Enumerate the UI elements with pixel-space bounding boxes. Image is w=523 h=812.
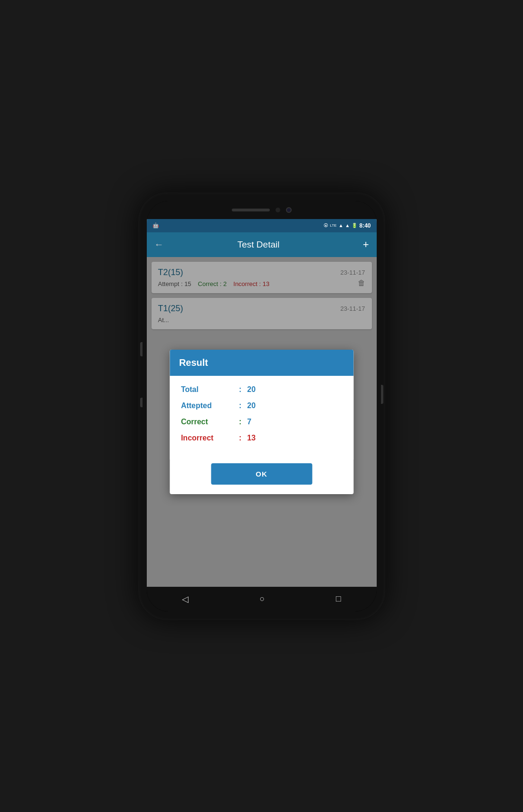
app-screen: 🤖 ⦿ LTE ▲ ▲ 🔋 8:40 ← Test Detail + <box>147 219 377 587</box>
status-time: 8:40 <box>359 222 371 229</box>
correct-label: Correct <box>181 418 233 426</box>
volume-down-button[interactable] <box>140 398 143 407</box>
correct-row: Correct : 7 <box>181 418 342 426</box>
status-bar: 🤖 ⦿ LTE ▲ ▲ 🔋 8:40 <box>147 219 377 232</box>
location-icon: ⦿ <box>323 223 328 228</box>
volume-button[interactable] <box>140 342 143 356</box>
status-left: 🤖 <box>152 222 159 229</box>
lte-icon: LTE <box>330 223 337 228</box>
content-area: T2(15) 23-11-17 Attempt : 15 Correct : 2… <box>147 257 377 587</box>
ok-button[interactable]: OK <box>211 463 312 485</box>
power-button[interactable] <box>381 385 383 404</box>
signal-icon: ▲ <box>339 223 343 228</box>
app-bar: ← Test Detail + <box>147 232 377 257</box>
dialog-actions: OK <box>170 459 353 494</box>
phone-screen: 🤖 ⦿ LTE ▲ ▲ 🔋 8:40 ← Test Detail + <box>147 201 377 611</box>
dialog-body: Total : 20 Attepted : 20 Correct <box>170 376 353 459</box>
incorrect-value: 13 <box>247 434 256 442</box>
incorrect-row: Incorrect : 13 <box>181 434 342 442</box>
attempted-row: Attepted : 20 <box>181 401 342 410</box>
speaker-grille <box>232 209 270 211</box>
phone-device: 🤖 ⦿ LTE ▲ ▲ 🔋 8:40 ← Test Detail + <box>138 192 385 620</box>
proximity-sensor <box>276 208 280 212</box>
attempted-colon: : <box>239 401 241 410</box>
recents-nav-button[interactable]: □ <box>336 594 341 604</box>
back-nav-button[interactable]: ◁ <box>182 594 189 604</box>
attempted-value: 20 <box>247 401 256 410</box>
attempted-label: Attepted <box>181 401 233 410</box>
total-value: 20 <box>247 385 256 394</box>
front-camera <box>286 207 292 213</box>
home-nav-button[interactable]: ○ <box>260 594 265 604</box>
total-label: Total <box>181 385 233 394</box>
bottom-nav: ◁ ○ □ <box>147 587 377 611</box>
incorrect-colon: : <box>239 434 241 442</box>
android-icon: 🤖 <box>152 222 159 229</box>
back-button[interactable]: ← <box>154 239 164 250</box>
correct-colon: : <box>239 418 241 426</box>
result-dialog: Result Total : 20 Attepted : <box>170 350 353 494</box>
total-row: Total : 20 <box>181 385 342 394</box>
battery-icon: 🔋 <box>352 223 357 228</box>
phone-top-notch <box>147 201 377 219</box>
dialog-title-bar: Result <box>170 350 353 376</box>
status-right: ⦿ LTE ▲ ▲ 🔋 8:40 <box>323 222 371 229</box>
page-title: Test Detail <box>171 239 346 250</box>
total-colon: : <box>239 385 241 394</box>
signal2-icon: ▲ <box>345 223 350 228</box>
incorrect-label: Incorrect <box>181 434 233 442</box>
add-button[interactable]: + <box>363 239 369 251</box>
dialog-title: Result <box>179 357 208 368</box>
correct-value: 7 <box>247 418 251 426</box>
